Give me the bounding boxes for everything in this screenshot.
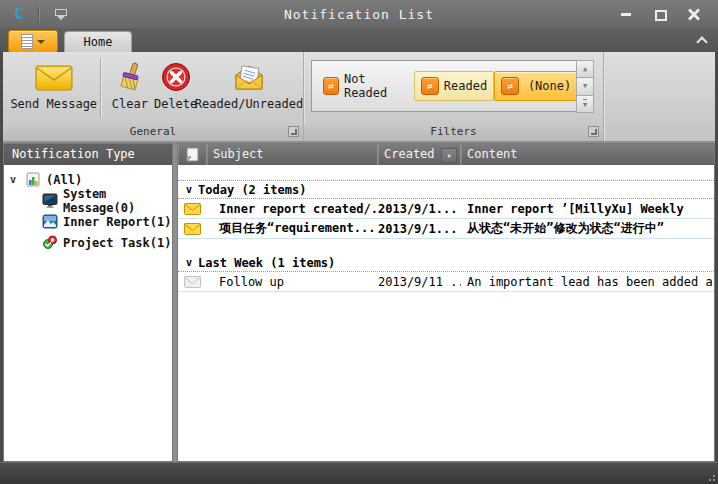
resize-grip[interactable] <box>706 472 716 482</box>
paper-icon <box>186 147 199 162</box>
read-envelope-icon <box>178 276 207 288</box>
column-content[interactable]: Content <box>461 144 714 165</box>
group-header-today[interactable]: v Today (2 items) <box>178 181 714 199</box>
open-envelope-icon <box>232 60 266 94</box>
gallery-more-icon[interactable]: ▼ <box>576 95 594 113</box>
status-bar <box>0 462 718 484</box>
filter-label: Not Readed <box>344 72 407 100</box>
list-row[interactable]: Inner report created/... 2013/9/1... Inn… <box>178 199 714 219</box>
tree-item-inner-report[interactable]: Inner Report(1) <box>4 211 172 232</box>
quick-access-separator <box>38 6 40 22</box>
tree-item-label: System Message(0) <box>63 187 172 215</box>
application-menu-button[interactable] <box>8 30 58 53</box>
ribbon-group-filters: ⇄ Not Readed ⇄ Readed ⇄ (None) ▲ ▼ ▼ Fil… <box>304 52 604 141</box>
tree-expander-icon[interactable]: v <box>10 174 20 185</box>
group-expander-icon[interactable]: v <box>186 184 192 195</box>
button-label: Clear <box>112 97 148 111</box>
column-status-icon[interactable] <box>178 144 207 165</box>
button-label: Send Message <box>10 97 97 111</box>
filter-not-readed[interactable]: ⇄ Not Readed <box>316 71 414 101</box>
filters-gallery: ⇄ Not Readed ⇄ Readed ⇄ (None) <box>311 60 583 112</box>
gallery-scroll-down-icon[interactable]: ▼ <box>576 77 594 95</box>
unread-envelope-icon <box>178 203 207 215</box>
all-chart-icon <box>25 172 41 187</box>
clear-button[interactable]: Clear <box>107 56 152 120</box>
filter-icon: ⇄ <box>421 77 439 95</box>
report-picture-icon <box>42 214 58 229</box>
group-header-last-week[interactable]: v Last Week (1 items) <box>178 254 714 272</box>
filter-label: Readed <box>444 79 487 93</box>
gallery-scroll-up-icon[interactable]: ▲ <box>576 60 594 78</box>
document-icon <box>21 34 33 49</box>
ribbon-tab-row: Home <box>0 28 718 52</box>
cell-created: 2013/9/1... <box>378 222 461 236</box>
tree-item-system-message[interactable]: System Message(0) <box>4 190 172 211</box>
titlebar: C Notification List <box>0 0 718 28</box>
cell-subject: 项目任务“requirement... <box>207 220 378 237</box>
column-subject[interactable]: Subject <box>207 144 378 165</box>
filter-readed[interactable]: ⇄ Readed <box>414 71 494 101</box>
cell-subject: Follow up <box>207 275 378 289</box>
list-row[interactable]: 项目任务“requirement... 2013/9/1... 从状态“未开始”… <box>178 219 714 239</box>
filter-icon: ⇄ <box>323 77 339 95</box>
chevron-down-icon <box>37 40 45 44</box>
ribbon-separator <box>100 58 101 118</box>
cell-created: 2013/9/1... <box>378 202 461 216</box>
notification-type-tree: v (All) System <box>4 165 172 253</box>
button-label: Readed/Unreaded <box>195 97 303 111</box>
group-label-general: General <box>3 124 303 141</box>
filter-label: (None) <box>524 79 575 93</box>
dialog-launcher-icon[interactable] <box>588 126 599 137</box>
task-icon <box>42 235 58 250</box>
sort-dropdown-icon[interactable]: ▼ <box>441 148 457 163</box>
filter-none[interactable]: ⇄ (None) <box>494 71 582 101</box>
list-body: v Today (2 items) Inner report created/.… <box>178 165 714 292</box>
ribbon-group-general: Send Message Clear <box>3 52 304 141</box>
column-created-on[interactable]: Created On ▼ <box>378 144 461 165</box>
group-spacer <box>178 239 714 254</box>
tree-item-label: (All) <box>46 173 82 187</box>
notification-type-panel: Notification Type v (All) <box>3 143 173 462</box>
group-label: Last Week (1 items) <box>198 256 335 270</box>
delete-x-icon <box>161 60 191 94</box>
envelope-icon <box>35 60 73 94</box>
delete-button[interactable]: Delete <box>152 56 199 120</box>
list-row[interactable]: Follow up 2013/9/11 ... An important lea… <box>178 272 714 292</box>
button-label: Delete <box>154 97 197 111</box>
minimize-button[interactable] <box>620 9 632 20</box>
group-label-filters: Filters <box>304 124 603 141</box>
broom-icon <box>116 60 144 94</box>
list-top-spacer <box>178 165 714 181</box>
cell-content: An important lead has been added a note <box>461 275 714 289</box>
cell-created: 2013/9/11 ... <box>378 275 461 289</box>
tree-item-label: Inner Report(1) <box>63 215 171 229</box>
gallery-scrollbar: ▲ ▼ ▼ <box>576 60 594 112</box>
cell-subject: Inner report created/... <box>207 202 378 216</box>
cell-content: 从状态“未开始”修改为状态“进行中” <box>461 220 714 237</box>
monitor-icon <box>42 193 58 208</box>
unread-envelope-icon <box>178 223 207 235</box>
cell-content: Inner report ’[MillyXu] Weekly <box>461 202 714 216</box>
tree-item-project-task[interactable]: Project Task(1) <box>4 232 172 253</box>
dialog-launcher-icon[interactable] <box>288 126 299 137</box>
filter-icon: ⇄ <box>501 77 519 95</box>
tree-item-label: Project Task(1) <box>63 236 171 250</box>
collapse-ribbon-icon[interactable] <box>697 36 706 45</box>
sidebar-header: Notification Type <box>4 144 172 165</box>
close-button[interactable] <box>688 9 700 20</box>
app-logo-icon: C <box>10 5 28 23</box>
window-title: Notification List <box>0 7 718 22</box>
group-label: Today (2 items) <box>198 183 306 197</box>
notification-list-panel: Subject Created On ▼ Content v Today (2 … <box>177 143 715 462</box>
group-expander-icon[interactable]: v <box>186 257 192 268</box>
list-header: Subject Created On ▼ Content <box>178 144 714 165</box>
tab-home[interactable]: Home <box>64 31 132 53</box>
send-message-button[interactable]: Send Message <box>7 56 100 120</box>
ribbon: Send Message Clear <box>3 52 715 143</box>
maximize-button[interactable] <box>654 9 666 20</box>
quick-access-customize-icon[interactable] <box>54 8 68 20</box>
readed-unreaded-button[interactable]: Readed/Unreaded <box>199 56 299 120</box>
